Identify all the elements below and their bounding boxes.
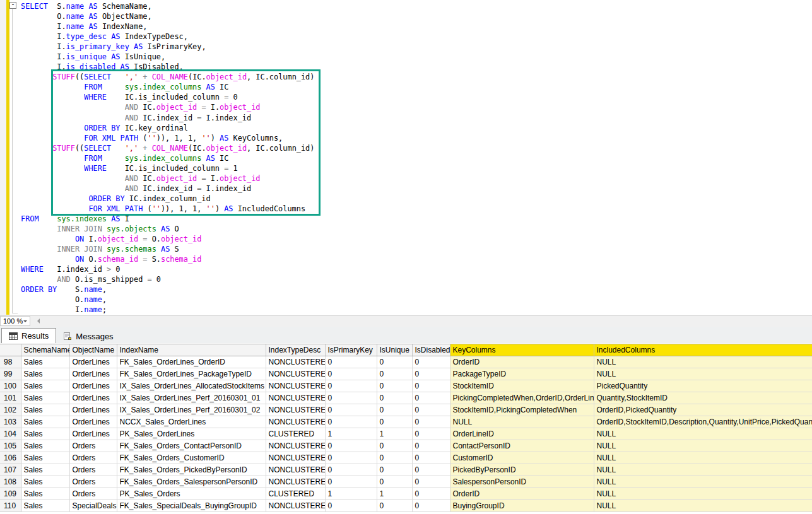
code-line[interactable]: I.name AS IndexName,	[21, 21, 314, 32]
grid-cell[interactable]: FK_Sales_OrderLines_PackageTypeID	[117, 368, 266, 380]
grid-cell[interactable]: 0	[377, 368, 412, 380]
grid-cell[interactable]: OrderID,StockItemID,Description,Quantity…	[594, 416, 812, 428]
code-line[interactable]: WHERE IC.is_included_column = 0	[21, 92, 314, 102]
grid-cell[interactable]: PickedQuantity	[594, 380, 812, 392]
grid-cell[interactable]: Orders	[69, 488, 117, 500]
tab-messages[interactable]: Messages	[56, 330, 120, 343]
code-line[interactable]: INNER JOIN sys.objects AS O	[21, 224, 314, 234]
grid-cell[interactable]: OrderLines	[69, 428, 117, 440]
grid-cell[interactable]: NONCLUSTERED	[266, 440, 325, 452]
grid-cell[interactable]: 0	[377, 416, 412, 428]
column-header-IndexName[interactable]: IndexName	[117, 344, 266, 356]
row-number[interactable]: 98	[0, 356, 21, 368]
grid-cell[interactable]: FK_Sales_SpecialDeals_BuyingGroupID	[117, 500, 266, 512]
code-line[interactable]: FOR XML PATH ('')), 1, 1, '') AS KeyColu…	[21, 133, 314, 143]
grid-cell[interactable]: OrderID,PickedQuantity	[594, 404, 812, 416]
grid-cell[interactable]: CustomerID	[450, 452, 594, 464]
grid-cell[interactable]: 1	[377, 428, 412, 440]
grid-cell[interactable]: 0	[412, 464, 450, 476]
column-header-KeyColumns[interactable]: KeyColumns	[450, 344, 594, 356]
column-header-ObjectName[interactable]: ObjectName	[69, 344, 117, 356]
grid-cell[interactable]: 1	[325, 488, 377, 500]
grid-cell[interactable]: NULL	[594, 440, 812, 452]
grid-cell[interactable]: CLUSTERED	[266, 428, 325, 440]
collapse-region-toggle[interactable]: -	[9, 2, 16, 9]
grid-cell[interactable]: SpecialDeals	[69, 500, 117, 512]
code-line[interactable]: I.is_disabled AS IsDisabled,	[21, 62, 314, 72]
grid-cell[interactable]: OrderLineID	[450, 428, 594, 440]
grid-cell[interactable]: Orders	[69, 464, 117, 476]
row-number[interactable]: 102	[0, 404, 21, 416]
tab-results[interactable]: Results	[1, 328, 56, 343]
grid-cell[interactable]: NCCX_Sales_OrderLines	[117, 416, 266, 428]
grid-cell[interactable]: 0	[412, 404, 450, 416]
code-line[interactable]: FOR XML PATH ('')), 1, 1, '') AS Include…	[21, 204, 314, 214]
grid-cell[interactable]: FK_Sales_Orders_CustomerID	[117, 452, 266, 464]
code-line[interactable]: SELECT S.name AS SchemaName,	[21, 1, 314, 11]
grid-cell[interactable]: 0	[412, 356, 450, 368]
row-number[interactable]: 109	[0, 488, 21, 500]
grid-cell[interactable]: 0	[412, 452, 450, 464]
grid-cell[interactable]: Orders	[69, 440, 117, 452]
code-line[interactable]: AND IC.index_id = I.index_id	[21, 184, 314, 194]
grid-cell[interactable]: ContactPersonID	[450, 440, 594, 452]
editor-zoom-select[interactable]: 100 %	[0, 316, 30, 326]
grid-cell[interactable]: 0	[412, 428, 450, 440]
grid-cell[interactable]: IX_Sales_OrderLines_Perf_20160301_02	[117, 404, 266, 416]
row-number[interactable]: 110	[0, 500, 21, 512]
row-number[interactable]: 100	[0, 380, 21, 392]
grid-cell[interactable]: NULL	[594, 368, 812, 380]
column-header-IncludedColumns[interactable]: IncludedColumns	[594, 344, 812, 356]
grid-cell[interactable]: OrderLines	[69, 392, 117, 404]
grid-cell[interactable]: NONCLUSTERED	[266, 392, 325, 404]
column-header-IsUnique[interactable]: IsUnique	[377, 344, 412, 356]
grid-cell[interactable]: 0	[412, 488, 450, 500]
grid-cell[interactable]: 0	[412, 416, 450, 428]
code-lines[interactable]: SELECT S.name AS SchemaName, O.name AS O…	[21, 1, 314, 315]
grid-cell[interactable]: 0	[325, 452, 377, 464]
grid-cell[interactable]: 0	[412, 380, 450, 392]
row-number[interactable]: 107	[0, 464, 21, 476]
grid-cell[interactable]: OrderLines	[69, 416, 117, 428]
grid-cell[interactable]: NONCLUSTERED	[266, 500, 325, 512]
code-line[interactable]: AND O.is_ms_shipped = 0	[21, 274, 314, 284]
grid-cell[interactable]: 0	[412, 392, 450, 404]
grid-cell[interactable]: NONCLUSTERED	[266, 452, 325, 464]
grid-cell[interactable]: NONCLUSTERE...	[266, 416, 325, 428]
code-line[interactable]: ORDER BY S.name,	[21, 284, 314, 295]
code-line[interactable]: O.name AS ObjectName,	[21, 11, 314, 21]
grid-cell[interactable]: Orders	[69, 476, 117, 488]
grid-cell[interactable]: Sales	[21, 452, 69, 464]
grid-cell[interactable]: 0	[325, 464, 377, 476]
code-line[interactable]: AND IC.object_id = I.object_id	[21, 102, 314, 112]
row-number[interactable]: 99	[0, 368, 21, 380]
grid-cell[interactable]: 0	[377, 464, 412, 476]
code-line[interactable]: WHERE IC.is_included_column = 1	[21, 163, 314, 173]
grid-cell[interactable]: Sales	[21, 428, 69, 440]
grid-cell[interactable]: OrderID	[450, 488, 594, 500]
grid-cell[interactable]: 0	[325, 380, 377, 392]
code-line[interactable]: I.is_unique AS IsUnique,	[21, 52, 314, 62]
grid-cell[interactable]: OrderLines	[69, 368, 117, 380]
code-line[interactable]: AND IC.object_id = I.object_id	[21, 173, 314, 184]
grid-cell[interactable]: Sales	[21, 416, 69, 428]
grid-cell[interactable]: OrderLines	[69, 380, 117, 392]
sql-editor[interactable]: - SELECT S.name AS SchemaName, O.name AS…	[0, 0, 812, 315]
row-number[interactable]: 106	[0, 452, 21, 464]
grid-cell[interactable]: NONCLUSTERED	[266, 404, 325, 416]
grid-cell[interactable]: 0	[412, 440, 450, 452]
grid-cell[interactable]: NULL	[450, 416, 594, 428]
grid-cell[interactable]: Sales	[21, 476, 69, 488]
grid-cell[interactable]: Sales	[21, 380, 69, 392]
code-line[interactable]: I.name;	[21, 305, 314, 315]
grid-cell[interactable]: PK_Sales_OrderLines	[117, 428, 266, 440]
code-line[interactable]: ORDER BY IC.key_ordinal	[21, 123, 314, 133]
grid-cell[interactable]: 0	[325, 440, 377, 452]
code-line[interactable]: FROM sys.index_columns AS IC	[21, 82, 314, 92]
grid-cell[interactable]: NONCLUSTERED	[266, 380, 325, 392]
code-line[interactable]: INNER JOIN sys.schemas AS S	[21, 244, 314, 254]
column-header-IsDisabled[interactable]: IsDisabled	[412, 344, 450, 356]
code-line[interactable]: FROM sys.indexes AS I	[21, 214, 314, 224]
code-line[interactable]: ON I.object_id = O.object_id	[21, 234, 314, 244]
grid-cell[interactable]: 0	[377, 452, 412, 464]
